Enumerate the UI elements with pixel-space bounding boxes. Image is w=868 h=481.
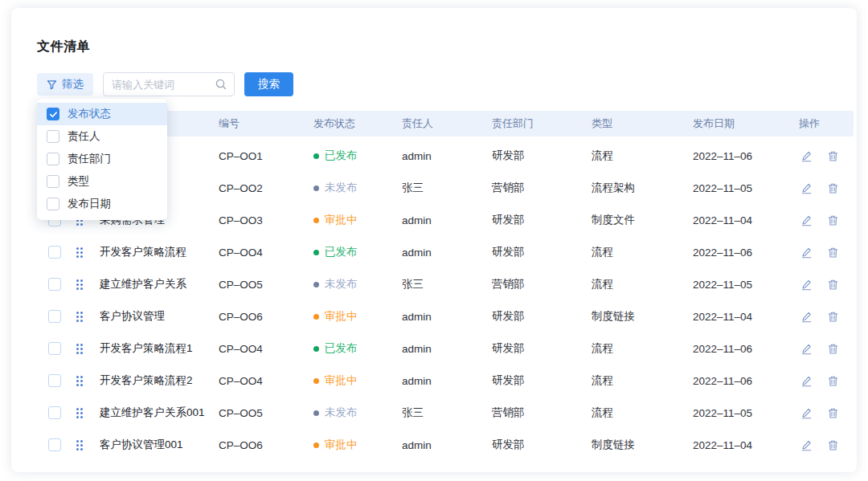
row-checkbox[interactable] xyxy=(48,438,61,451)
delete-icon[interactable] xyxy=(827,311,839,323)
doc-owner: admin xyxy=(395,375,485,387)
doc-owner: admin xyxy=(395,439,485,451)
edit-icon[interactable] xyxy=(800,311,813,323)
filter-dropdown-item[interactable]: 类型 xyxy=(37,170,167,193)
drag-handle[interactable] xyxy=(74,247,93,259)
doc-type: 制度链接 xyxy=(585,309,686,324)
drag-handle[interactable] xyxy=(74,375,93,387)
doc-dept: 研发部 xyxy=(485,213,585,227)
search-box xyxy=(103,72,235,96)
doc-status: 未发布 xyxy=(307,181,395,195)
doc-owner: 张三 xyxy=(395,406,485,420)
delete-icon[interactable] xyxy=(827,375,839,387)
status-dot xyxy=(313,153,319,159)
doc-date: 2022–11–05 xyxy=(686,182,792,194)
doc-date: 2022–11–06 xyxy=(686,375,792,387)
search-button[interactable]: 搜索 xyxy=(244,72,293,96)
doc-code: CP–OO4 xyxy=(212,247,307,259)
drag-handle[interactable] xyxy=(74,279,93,291)
doc-dept: 研发部 xyxy=(485,438,585,452)
doc-dept: 营销部 xyxy=(485,277,585,291)
status-dot xyxy=(313,410,319,416)
doc-code: CP–OO4 xyxy=(212,343,307,355)
filter-dropdown-item[interactable]: 责任部门 xyxy=(37,148,167,170)
doc-date: 2022–11–04 xyxy=(686,214,792,226)
row-actions xyxy=(792,150,854,162)
table-row: 客户协议管理 CP–OO6 审批中 admin 研发部 制度链接 2022–11… xyxy=(37,300,854,332)
filter-item-label: 发布日期 xyxy=(68,197,111,211)
status-text: 已发布 xyxy=(325,149,358,163)
status-dot xyxy=(313,314,319,320)
delete-icon[interactable] xyxy=(827,150,839,162)
status-text: 审批中 xyxy=(325,373,358,388)
funnel-icon xyxy=(47,79,57,90)
filter-button[interactable]: 筛选 xyxy=(37,73,93,96)
filter-checkbox[interactable] xyxy=(47,198,59,210)
doc-type: 制度文件 xyxy=(585,213,686,227)
delete-icon[interactable] xyxy=(827,407,839,419)
edit-icon[interactable] xyxy=(800,150,813,162)
filter-dropdown-item[interactable]: 责任人 xyxy=(37,125,167,148)
row-checkbox[interactable] xyxy=(48,374,61,387)
row-actions xyxy=(792,247,854,259)
delete-icon[interactable] xyxy=(827,247,839,259)
table-row: 建立维护客户关系001 CP–OO5 未发布 张三 营销部 流程 2022–11… xyxy=(37,397,854,429)
edit-icon[interactable] xyxy=(800,247,813,259)
status-dot xyxy=(313,218,319,223)
edit-icon[interactable] xyxy=(800,182,813,194)
edit-icon[interactable] xyxy=(800,343,813,355)
doc-name: 开发客户策略流程 xyxy=(93,245,212,259)
table-row: 开发客户策略流程1 CP–OO4 已发布 admin 研发部 流程 2022–1… xyxy=(37,332,854,365)
doc-date: 2022–11–05 xyxy=(686,279,792,291)
filter-dropdown-item[interactable]: 发布状态 xyxy=(37,103,167,125)
search-icon[interactable] xyxy=(215,78,227,94)
row-actions xyxy=(792,182,854,194)
row-checkbox[interactable] xyxy=(48,246,61,259)
delete-icon[interactable] xyxy=(827,439,839,451)
doc-type: 流程 xyxy=(585,245,686,259)
table-row: 客户协议管理001 CP–OO6 审批中 admin 研发部 制度链接 2022… xyxy=(37,429,854,461)
doc-type: 制度链接 xyxy=(585,438,686,452)
drag-handle[interactable] xyxy=(74,407,93,419)
filter-checkbox[interactable] xyxy=(47,108,59,120)
delete-icon[interactable] xyxy=(827,214,839,226)
filter-checkbox[interactable] xyxy=(47,153,59,165)
drag-handle[interactable] xyxy=(74,311,93,323)
filter-dropdown-item[interactable]: 发布日期 xyxy=(37,193,167,215)
filter-checkbox[interactable] xyxy=(47,130,59,143)
doc-name: 建立维护客户关系001 xyxy=(93,406,212,420)
delete-icon[interactable] xyxy=(827,343,839,355)
row-actions xyxy=(792,311,854,323)
row-checkbox[interactable] xyxy=(48,406,61,419)
doc-code: CP–OO2 xyxy=(212,182,307,194)
doc-date: 2022–11–05 xyxy=(686,407,792,419)
edit-icon[interactable] xyxy=(800,439,813,451)
drag-dots-icon xyxy=(76,247,84,259)
drag-dots-icon xyxy=(76,439,84,451)
row-actions xyxy=(792,407,854,419)
filter-checkbox[interactable] xyxy=(47,175,59,188)
filter-item-label: 责任人 xyxy=(68,129,100,144)
row-checkbox[interactable] xyxy=(48,342,61,355)
row-checkbox[interactable] xyxy=(48,278,61,291)
edit-icon[interactable] xyxy=(800,214,813,226)
doc-name: 开发客户策略流程1 xyxy=(93,341,212,356)
doc-name: 客户协议管理 xyxy=(93,309,212,324)
delete-icon[interactable] xyxy=(827,279,839,291)
edit-icon[interactable] xyxy=(800,375,813,387)
col-type: 类型 xyxy=(585,116,686,131)
edit-icon[interactable] xyxy=(800,279,813,291)
doc-code: CP–OO5 xyxy=(212,407,307,419)
doc-date: 2022–11–06 xyxy=(686,150,792,162)
row-checkbox[interactable] xyxy=(48,310,61,323)
col-dept: 责任部门 xyxy=(485,116,585,131)
delete-icon[interactable] xyxy=(827,182,839,194)
doc-code: CP–OO1 xyxy=(212,150,307,162)
edit-icon[interactable] xyxy=(800,407,813,419)
status-text: 未发布 xyxy=(325,277,358,291)
doc-code: CP–OO4 xyxy=(212,375,307,387)
drag-handle[interactable] xyxy=(74,439,93,451)
toolbar: 筛选 搜索 xyxy=(37,72,293,96)
drag-handle[interactable] xyxy=(74,343,93,355)
doc-dept: 研发部 xyxy=(485,309,585,324)
